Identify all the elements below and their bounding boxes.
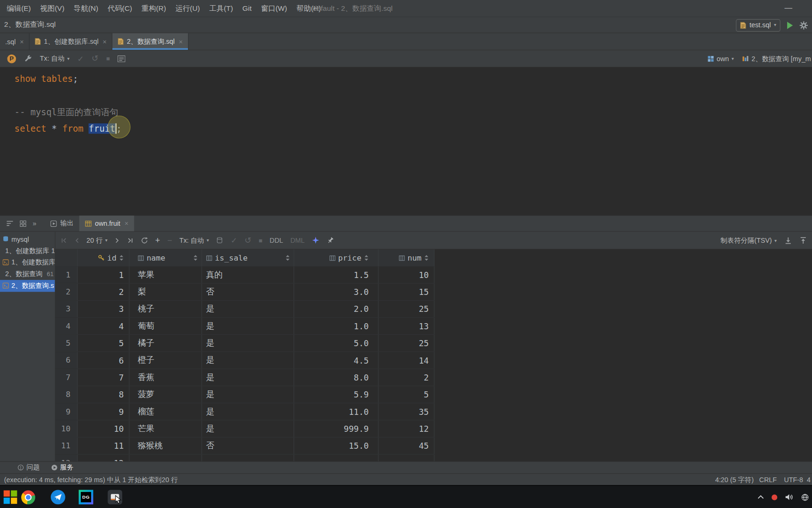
caret-position[interactable]: 4:20 (5 字符) (715, 474, 754, 485)
more-tabs-icon[interactable]: » (32, 220, 36, 228)
close-icon[interactable]: × (20, 38, 23, 46)
cell-is_sale[interactable]: 是 (202, 335, 294, 351)
cell-is_sale[interactable]: 否 (202, 437, 294, 454)
encoding[interactable]: UTF-8 (784, 474, 803, 485)
previous-page-icon[interactable] (74, 237, 79, 243)
cell-num[interactable]: 14 (379, 352, 435, 368)
cell-name[interactable] (130, 454, 202, 461)
pin-icon[interactable] (327, 237, 334, 244)
cell-id[interactable]: 3 (78, 301, 129, 317)
dml-button[interactable]: DML (290, 237, 304, 245)
minimize-button[interactable]: — (785, 0, 793, 16)
editor-tab[interactable]: 1、创建数据库.sql × (30, 33, 112, 50)
row-number[interactable]: 11 (55, 437, 78, 454)
cell-name[interactable]: 香蕉 (130, 369, 202, 386)
bottom-tab-problems[interactable]: 问题 (17, 463, 39, 472)
breadcrumb[interactable]: 2、数据查询.sql (4, 20, 56, 30)
close-icon[interactable]: × (125, 220, 128, 228)
volume-icon[interactable] (785, 493, 794, 500)
cell-name[interactable]: 葡萄 (130, 318, 202, 334)
cell-num[interactable]: 10 (379, 266, 435, 283)
cell-is_sale[interactable]: 否 (202, 284, 294, 300)
row-number[interactable]: 5 (55, 335, 78, 351)
cell-name[interactable]: 榴莲 (130, 403, 202, 420)
column-header-id[interactable]: id (78, 249, 129, 266)
grid-stop-icon[interactable]: ■ (258, 237, 262, 243)
cell-id[interactable]: 9 (78, 403, 129, 420)
cell-id[interactable]: 11 (78, 437, 129, 454)
code-line[interactable] (15, 87, 812, 103)
editor-tab[interactable]: .sql × (0, 33, 30, 50)
download-icon[interactable] (785, 237, 792, 244)
editor[interactable]: show tables; -- mysql里面的查询语句select * fro… (0, 67, 812, 215)
cell-price[interactable]: 5.9 (294, 386, 379, 403)
row-number[interactable]: 2 (55, 284, 78, 300)
cell-id[interactable]: 10 (78, 421, 129, 437)
code-line[interactable]: -- mysql里面的查询语句 (15, 103, 812, 120)
row-number[interactable]: 3 (55, 301, 78, 317)
column-header-is_sale[interactable]: is_sale (202, 249, 294, 266)
ddl-button[interactable]: DDL (270, 237, 283, 245)
cell-price[interactable] (294, 454, 379, 461)
service-item[interactable]: 1、创建数据库 (0, 257, 55, 269)
cell-name[interactable]: 菠萝 (130, 386, 202, 403)
sort-arrows-icon[interactable] (364, 254, 369, 261)
cell-num[interactable]: 5 (379, 386, 435, 403)
cell-is_sale[interactable]: 真的 (202, 266, 294, 283)
menu-item[interactable]: 编辑(E) (2, 0, 35, 17)
rollback-icon[interactable]: ↺ (92, 55, 99, 63)
close-icon[interactable]: × (103, 38, 107, 46)
column-header-name[interactable]: name (130, 249, 202, 266)
windows-start-icon[interactable] (3, 490, 18, 504)
cell-is_sale[interactable]: 是 (202, 369, 294, 386)
schema-selector[interactable]: own ▾ (707, 55, 734, 63)
cell-num[interactable]: 13 (379, 318, 435, 334)
blue-app-icon[interactable] (51, 490, 65, 504)
run-config-selector[interactable]: test.sql ▾ (736, 19, 780, 31)
first-page-icon[interactable] (61, 237, 67, 243)
cell-name[interactable]: 芒果 (130, 421, 202, 437)
wrench-icon[interactable] (24, 55, 32, 63)
cell-name[interactable]: 橙子 (130, 352, 202, 368)
cell-price[interactable]: 4.5 (294, 352, 379, 368)
cell-id[interactable]: 8 (78, 386, 129, 403)
menu-item[interactable]: 窗口(W) (256, 0, 292, 17)
cell-num[interactable] (379, 454, 435, 461)
cell-id[interactable]: 5 (78, 335, 129, 351)
row-number[interactable]: 1 (55, 266, 78, 283)
tx-mode-selector[interactable]: Tx: 自动▾ (40, 54, 70, 64)
cell-name[interactable]: 桃子 (130, 301, 202, 317)
row-number[interactable]: 9 (55, 403, 78, 420)
datagrip-icon[interactable]: DG (79, 490, 94, 504)
row-number[interactable]: 4 (55, 318, 78, 334)
output-panel-icon[interactable] (118, 55, 126, 62)
indent-indicator[interactable]: 4 (807, 474, 811, 485)
menu-item[interactable]: 工具(T) (204, 0, 237, 17)
row-number[interactable]: 8 (55, 386, 78, 403)
column-header-price[interactable]: price (294, 249, 379, 266)
cell-is_sale[interactable]: 是 (202, 421, 294, 437)
stop-icon[interactable]: ■ (106, 56, 110, 62)
commit-icon[interactable]: ✓ (77, 55, 84, 63)
service-item[interactable]: 1、创建数据库 1 (0, 245, 55, 257)
submit-db-icon[interactable] (216, 237, 223, 244)
tray-expand-icon[interactable] (757, 495, 764, 499)
cell-price[interactable]: 15.0 (294, 437, 379, 454)
add-row-icon[interactable]: + (155, 236, 160, 245)
menu-item[interactable]: 导航(N) (69, 0, 103, 17)
cell-id[interactable]: 4 (78, 318, 129, 334)
cell-num[interactable]: 12 (379, 421, 435, 437)
cell-num[interactable]: 25 (379, 301, 435, 317)
cell-id[interactable]: 6 (78, 352, 129, 368)
settings-gear-icon[interactable] (800, 21, 808, 30)
sort-arrows-icon[interactable] (193, 254, 198, 261)
cell-price[interactable]: 11.0 (294, 403, 379, 420)
last-page-icon[interactable] (127, 237, 133, 243)
cell-id[interactable]: 1 (78, 266, 129, 283)
cell-name[interactable]: 苹果 (130, 266, 202, 283)
toolwindow-tab[interactable]: 输出 (45, 215, 79, 231)
menu-item[interactable]: Git (238, 0, 257, 17)
toolwindow-tab[interactable]: own.fruit × (79, 215, 134, 231)
refresh-icon[interactable] (141, 237, 148, 244)
code-line[interactable]: show tables; (15, 71, 812, 87)
